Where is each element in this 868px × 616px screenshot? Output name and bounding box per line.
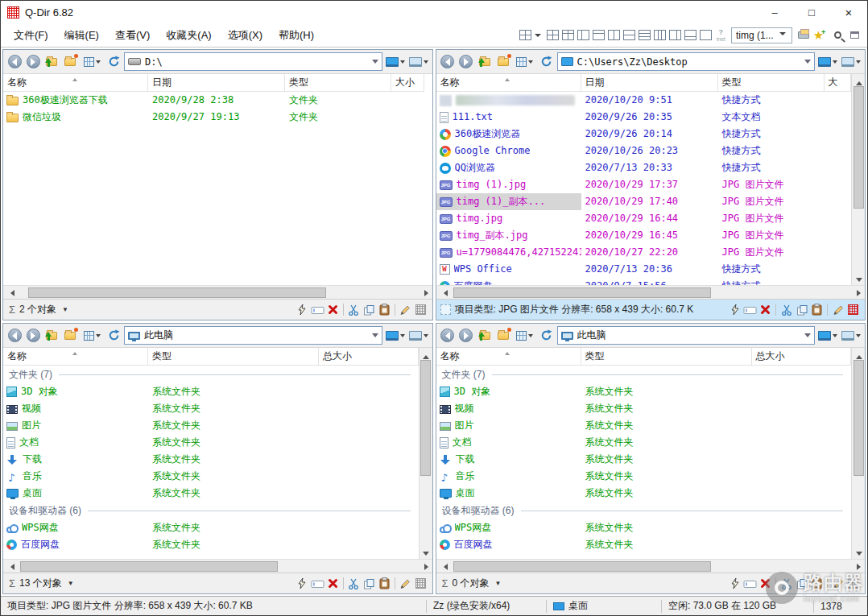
edit-button[interactable] <box>830 576 845 591</box>
layout-three-top-icon[interactable] <box>562 30 574 40</box>
layout-rows-icon[interactable] <box>639 30 651 40</box>
up-button[interactable] <box>477 54 493 70</box>
status-dropdown-arrow[interactable]: ▼ <box>68 580 74 587</box>
qdir-pane-button[interactable] <box>413 302 428 317</box>
new-folder-button[interactable] <box>62 328 78 344</box>
file-row[interactable]: 3D 对象系统文件夹 <box>436 383 852 400</box>
scroll-right-arrow[interactable] <box>420 560 432 573</box>
scroll-right-arrow[interactable] <box>852 560 865 573</box>
qdir-pane-button[interactable] <box>845 576 861 591</box>
add-favorite-button[interactable]: ★ <box>813 28 828 42</box>
scroll-up-arrow[interactable] <box>852 74 866 86</box>
address-bar[interactable]: C:\Users\Zz\Desktop <box>557 52 816 71</box>
scroll-up-arrow[interactable] <box>419 348 432 360</box>
copy-button[interactable] <box>794 302 809 317</box>
file-row[interactable]: timg (1).jpg2020/10/29 17:37JPG 图片文件 <box>436 176 852 193</box>
close-button[interactable]: × <box>830 1 867 23</box>
pane-focus-button[interactable] <box>817 57 838 67</box>
scroll-thumb[interactable] <box>420 360 431 476</box>
paste-button[interactable] <box>809 576 825 591</box>
rename-button[interactable] <box>742 302 758 317</box>
rename-button[interactable] <box>742 576 758 591</box>
quick-actions-button[interactable] <box>727 576 742 591</box>
pane-view-button[interactable] <box>408 331 429 341</box>
horizontal-scrollbar[interactable] <box>436 559 866 573</box>
to-tray-button[interactable] <box>847 28 862 42</box>
cut-button[interactable] <box>779 576 794 591</box>
up-button[interactable] <box>43 54 60 70</box>
scroll-thumb[interactable] <box>854 360 864 476</box>
pane-view-button[interactable] <box>841 57 862 67</box>
menu-item-0[interactable]: 文件(F) <box>6 28 56 43</box>
paste-button[interactable] <box>809 302 825 317</box>
file-row[interactable]: 3D 对象系统文件夹 <box>3 383 419 400</box>
view-mode-button[interactable] <box>81 54 103 70</box>
menu-item-3[interactable]: 收藏夹(A) <box>158 28 219 43</box>
refresh-button[interactable] <box>539 54 555 70</box>
column-header-1[interactable]: 日期 <box>581 74 718 91</box>
layout-dropdown-arrow[interactable] <box>535 34 541 40</box>
scroll-thumb[interactable] <box>453 561 711 572</box>
back-button[interactable] <box>440 328 456 344</box>
scroll-right-arrow[interactable] <box>852 286 865 300</box>
new-folder-button[interactable] <box>495 328 511 344</box>
forward-button[interactable] <box>458 54 474 70</box>
pane-view-button[interactable] <box>408 57 429 67</box>
file-row[interactable]: 图片系统文件夹 <box>436 417 852 434</box>
file-row[interactable]: Google Chrome2020/10/26 20:23快捷方式 <box>436 143 852 159</box>
address-bar[interactable]: 此电脑 <box>124 326 382 345</box>
up-button[interactable] <box>43 328 60 344</box>
file-row[interactable]: 视频系统文件夹 <box>436 400 852 417</box>
cut-button[interactable] <box>346 302 362 317</box>
scroll-right-arrow[interactable] <box>420 286 432 300</box>
delete-button[interactable] <box>325 576 341 591</box>
layout-columns-icon[interactable] <box>654 30 666 40</box>
address-dropdown-arrow[interactable] <box>804 333 811 341</box>
column-header-1[interactable]: 类型 <box>148 348 319 365</box>
file-row[interactable]: timg_副本.jpg2020/10/29 16:45JPG 图片文件 <box>436 227 852 244</box>
delete-button[interactable] <box>758 576 773 591</box>
column-header-3[interactable]: 大 <box>825 74 852 91</box>
view-mode-button[interactable] <box>81 328 103 344</box>
print-button[interactable] <box>796 28 811 42</box>
zoom-button[interactable] <box>830 28 845 42</box>
search-box[interactable]: timg (1... <box>731 27 792 43</box>
file-row[interactable]: QQ浏览器2020/7/13 20:33快捷方式 <box>436 159 852 176</box>
refresh-button[interactable] <box>105 328 122 344</box>
scroll-thumb[interactable] <box>854 86 864 209</box>
file-row[interactable]: 下载系统文件夹 <box>3 451 419 468</box>
file-row[interactable]: 微信垃圾2020/9/27 19:13文件夹 <box>3 109 424 126</box>
scroll-track[interactable] <box>449 286 853 299</box>
file-row[interactable]: 视频系统文件夹 <box>3 400 419 417</box>
group-header[interactable]: 文件夹 (7) <box>3 366 419 383</box>
pane-focus-button[interactable] <box>817 331 838 341</box>
file-row[interactable]: 文档系统文件夹 <box>436 434 852 451</box>
new-folder-button[interactable] <box>62 54 78 70</box>
scroll-down-arrow[interactable] <box>852 547 866 559</box>
scroll-track[interactable] <box>449 560 853 573</box>
copy-button[interactable] <box>794 576 809 591</box>
address-bar[interactable]: D:\ <box>124 52 382 71</box>
layout-quad-2-icon[interactable] <box>547 30 559 40</box>
cut-button[interactable] <box>346 576 362 591</box>
pane-view-button[interactable] <box>841 331 862 341</box>
layout-split-left-icon[interactable] <box>577 30 589 40</box>
vertical-scrollbar[interactable] <box>851 74 865 285</box>
edit-button[interactable] <box>398 576 413 591</box>
scroll-left-arrow[interactable] <box>436 560 449 573</box>
layout-single-pane-icon[interactable] <box>700 30 712 40</box>
file-row[interactable]: WPS Office2020/7/13 20:36快捷方式 <box>436 261 852 278</box>
copy-button[interactable] <box>362 302 377 317</box>
address-dropdown-arrow[interactable] <box>372 60 378 67</box>
scroll-down-arrow[interactable] <box>419 547 432 559</box>
layout-horizontal-split-icon[interactable] <box>623 30 635 40</box>
file-row[interactable]: timg.jpg2020/10/29 16:44JPG 图片文件 <box>436 210 852 227</box>
file-row[interactable]: 百度网盘2020/9/7 15:56快捷方式 <box>436 278 852 285</box>
horizontal-scrollbar[interactable] <box>3 285 432 299</box>
file-row[interactable]: WPS网盘系统文件夹 <box>436 519 852 536</box>
scroll-track[interactable] <box>16 560 420 573</box>
paste-button[interactable] <box>377 302 392 317</box>
address-dropdown-arrow[interactable] <box>372 333 378 341</box>
file-row[interactable]: 360极速浏览器2020/9/26 20:14快捷方式 <box>436 126 852 143</box>
column-header-2[interactable]: 总大小 <box>319 348 419 365</box>
